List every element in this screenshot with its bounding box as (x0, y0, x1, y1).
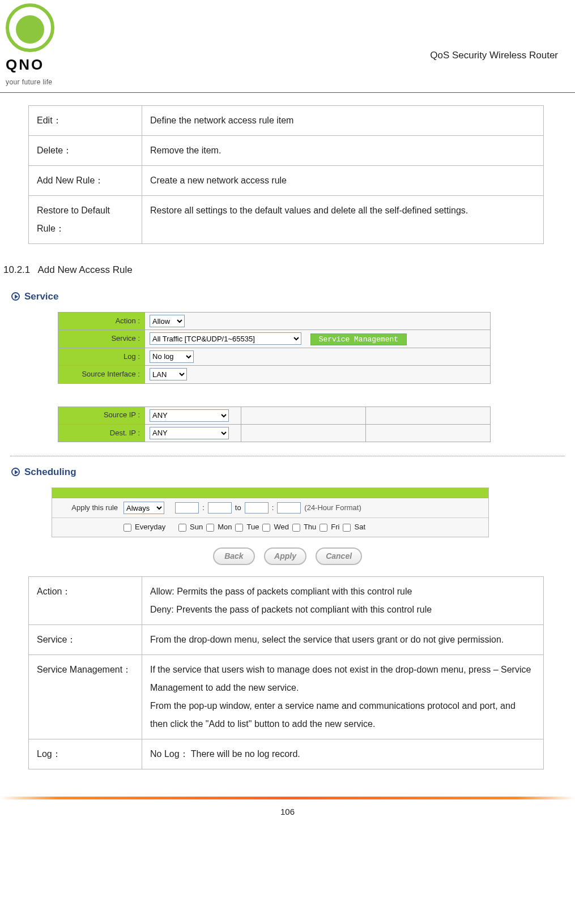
service-panel: Service Action : Allow Service : All Tra… (10, 289, 565, 442)
day-fri: Fri (331, 521, 339, 533)
row-service: Service : All Traffic [TCP&UDP/1~65535] … (58, 330, 491, 348)
time-to-hh[interactable] (245, 502, 269, 514)
doc-title: QoS Security Wireless Router (430, 48, 558, 63)
term: Log： (29, 739, 142, 769)
service-form-table: Action : Allow Service : All Traffic [TC… (58, 312, 491, 383)
dest-ip-select[interactable]: ANY (150, 427, 229, 439)
to-label: to (235, 502, 241, 514)
day-mon-checkbox[interactable] (206, 524, 214, 532)
schedule-time-row: Apply this rule Always : to : (24-Hour F… (52, 498, 488, 518)
panel-title-text: Scheduling (24, 464, 76, 480)
src-ip-extra2 (366, 407, 491, 424)
definitions-table-bottom: Action： Allow: Permits the pass of packe… (28, 576, 544, 769)
term: Service： (29, 624, 142, 654)
day-sun: Sun (190, 521, 203, 533)
apply-button[interactable]: Apply (264, 547, 306, 564)
row-action: Action : Allow (58, 313, 491, 330)
day-wed: Wed (274, 521, 289, 533)
service-ip-table: Source IP : ANY Dest. IP : ANY (58, 407, 491, 443)
separator (10, 456, 565, 456)
dst-ip-extra2 (366, 424, 491, 442)
table-row: Log： No Log： There will be no log record… (29, 739, 544, 769)
term: Add New Rule： (29, 165, 142, 195)
time-from-hh[interactable] (175, 502, 199, 514)
page-number: 106 (0, 805, 575, 827)
log-select[interactable]: No log (150, 350, 194, 363)
section-number: 10.2.1 (3, 264, 30, 275)
dst-ip-extra1 (241, 424, 366, 442)
back-button[interactable]: Back (213, 547, 255, 564)
label-service: Service : (58, 330, 145, 348)
day-sat: Sat (354, 521, 365, 533)
table-row: Action： Allow: Permits the pass of packe… (29, 576, 544, 624)
colon2: : (272, 502, 274, 514)
apply-rule-label: Apply this rule (60, 502, 120, 514)
brand-logo-block: QNO your future life (6, 3, 54, 88)
page-header: QNO your future life QoS Security Wirele… (0, 0, 575, 93)
scheduling-panel: Scheduling Apply this rule Always : to :… (10, 464, 565, 564)
label-src-ip: Source IP : (58, 407, 145, 424)
table-row: Service： From the drop-down menu, select… (29, 624, 544, 654)
scheduling-box: Apply this rule Always : to : (24-Hour F… (52, 487, 489, 537)
schedule-days-row: Everyday Sun Mon Tue Wed Thu Fri Sat (52, 518, 488, 537)
day-tue-checkbox[interactable] (235, 524, 243, 532)
brand-tagline: your future life (6, 77, 52, 88)
desc: If the service that users wish to manage… (142, 654, 544, 739)
desc: Remove the item. (142, 135, 544, 165)
scheduling-header-bar (52, 488, 488, 498)
everyday-label: Everyday (135, 521, 165, 533)
table-row: Service Management： If the service that … (29, 654, 544, 739)
desc: From the drop-down menu, select the serv… (142, 624, 544, 654)
time-from-mm[interactable] (208, 502, 232, 514)
term: Action： (29, 576, 142, 624)
cancel-button[interactable]: Cancel (316, 547, 362, 564)
definitions-table-top: Edit： Define the network access rule ite… (28, 105, 544, 244)
day-thu: Thu (304, 521, 316, 533)
term: Delete： (29, 135, 142, 165)
action-buttons-row: Back Apply Cancel (10, 547, 565, 564)
term: Edit： (29, 105, 142, 135)
bullet-icon (11, 292, 20, 301)
label-log: Log : (58, 348, 145, 365)
day-tue: Tue (246, 521, 259, 533)
row-dest-ip: Dest. IP : ANY (58, 424, 491, 442)
day-sun-checkbox[interactable] (178, 524, 186, 532)
desc: Define the network access rule item (142, 105, 544, 135)
row-log: Log : No log (58, 348, 491, 365)
desc: Restore all settings to the default valu… (142, 195, 544, 243)
row-source-interface: Source Interface : LAN (58, 366, 491, 383)
format-note: (24-Hour Format) (304, 502, 361, 514)
day-thu-checkbox[interactable] (292, 524, 300, 532)
service-management-button[interactable]: Service Management (310, 333, 407, 345)
day-wed-checkbox[interactable] (262, 524, 270, 532)
action-select[interactable]: Allow (150, 315, 185, 327)
service-select[interactable]: All Traffic [TCP&UDP/1~65535] (150, 332, 301, 345)
source-interface-select[interactable]: LAN (150, 368, 187, 380)
apply-rule-select[interactable]: Always (123, 502, 164, 514)
time-to-mm[interactable] (277, 502, 301, 514)
desc: Create a new network access rule (142, 165, 544, 195)
desc: Allow: Permits the pass of packets compl… (142, 576, 544, 624)
label-dst-ip: Dest. IP : (58, 424, 145, 442)
row-source-ip: Source IP : ANY (58, 407, 491, 424)
term: Service Management： (29, 654, 142, 739)
footer-gradient (0, 797, 575, 799)
table-row: Restore to Default Rule： Restore all set… (29, 195, 544, 243)
desc: No Log： There will be no log record. (142, 739, 544, 769)
brand-name: QNO (6, 53, 44, 77)
bullet-icon (11, 468, 20, 476)
label-action: Action : (58, 313, 145, 330)
everyday-checkbox[interactable] (123, 524, 131, 532)
term: Restore to Default Rule： (29, 195, 142, 243)
logo-icon (6, 3, 54, 52)
table-row: Add New Rule： Create a new network acces… (29, 165, 544, 195)
panel-title-text: Service (24, 289, 59, 304)
table-row: Edit： Define the network access rule ite… (29, 105, 544, 135)
day-fri-checkbox[interactable] (320, 524, 327, 532)
section-title: Add New Access Rule (38, 264, 133, 275)
source-ip-select[interactable]: ANY (150, 409, 229, 422)
src-ip-extra1 (241, 407, 366, 424)
section-heading: 10.2.1 Add New Access Rule (3, 262, 575, 277)
day-sat-checkbox[interactable] (343, 524, 351, 532)
day-mon: Mon (218, 521, 232, 533)
